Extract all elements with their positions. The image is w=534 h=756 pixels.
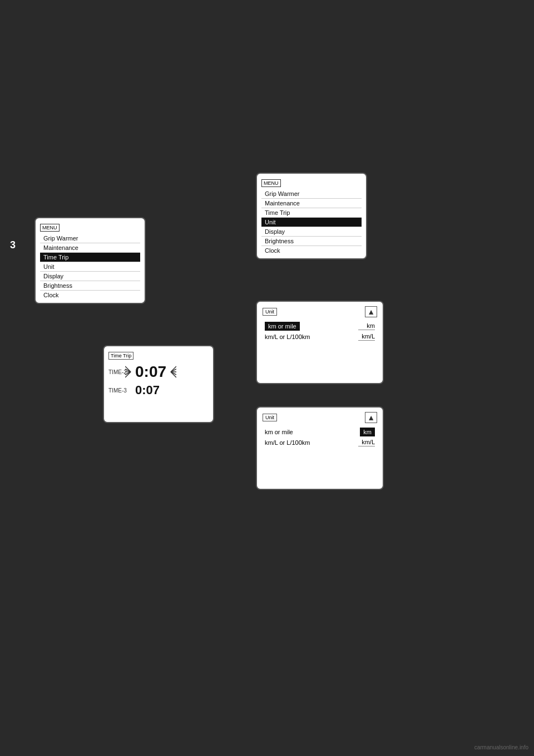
unit-row-km-mile-1: km or mile km — [263, 322, 377, 331]
unit-panel-1: Unit ▲ km or mile km km/L or L/100km km/… — [256, 301, 384, 384]
unit-label-fuel-2[interactable]: km/L or L/100km — [265, 439, 310, 446]
burst-icon — [125, 361, 136, 383]
menu-panel-2: MENU Grip Warmer Maintenance Time Trip U… — [256, 173, 367, 259]
menu-item-brightness-2[interactable]: Brightness — [261, 237, 362, 246]
menu-tag-1: MENU — [40, 224, 60, 232]
timetrip-value-2: 0:07 — [135, 383, 160, 397]
timetrip-row-1: TIME-2 0:07 — [108, 363, 209, 381]
unit-row-fuel-1: km/L or L/100km km/L — [263, 333, 377, 341]
unit-value-fuel-2: km/L — [358, 439, 375, 446]
timetrip-label-2: TIME-3 — [108, 387, 135, 394]
menu-item-grip-warmer-2[interactable]: Grip Warmer — [261, 189, 362, 199]
menu-item-unit-1[interactable]: Unit — [40, 262, 140, 272]
unit-header-1: Unit ▲ — [263, 306, 377, 317]
menu-panel-1: MENU Grip Warmer Maintenance Time Trip U… — [34, 217, 146, 304]
watermark: carmanualsonline.info — [474, 744, 528, 750]
unit-label-fuel-1[interactable]: km/L or L/100km — [265, 333, 310, 340]
unit-value-km-1: km — [358, 322, 375, 330]
timetrip-tag: Time Trip — [108, 352, 134, 360]
menu-list-1: Grip Warmer Maintenance Time Trip Unit D… — [40, 234, 140, 300]
unit-header-2: Unit ▲ — [263, 412, 377, 423]
unit-tag-2: Unit — [263, 414, 277, 421]
menu-item-timetrip-2[interactable]: Time Trip — [261, 208, 362, 218]
unit-value-fuel-1: km/L — [358, 333, 375, 341]
unit-label-km-mile-2[interactable]: km or mile — [265, 429, 293, 435]
menu-item-maintenance-2[interactable]: Maintenance — [261, 199, 362, 208]
menu-item-clock-1[interactable]: Clock — [40, 291, 140, 300]
timetrip-value-1: 0:07 — [135, 363, 166, 380]
menu-item-timetrip-1[interactable]: Time Trip — [40, 253, 140, 262]
burst-right-icon — [165, 361, 176, 383]
unit-label-km-mile-1[interactable]: km or mile — [265, 322, 300, 331]
unit-tag-1: Unit — [263, 308, 277, 316]
menu-item-display-1[interactable]: Display — [40, 272, 140, 281]
menu-item-clock-2[interactable]: Clock — [261, 246, 362, 255]
menu-item-grip-warmer-1[interactable]: Grip Warmer — [40, 234, 140, 243]
menu-list-2: Grip Warmer Maintenance Time Trip Unit D… — [261, 189, 362, 255]
timetrip-value-container-1: 0:07 — [135, 363, 166, 381]
timetrip-panel: Time Trip TIME-2 0:07 — [103, 345, 214, 423]
unit-panel-2: Unit ▲ km or mile km km/L or L/100km km/… — [256, 406, 384, 490]
page-number: 3 — [10, 239, 16, 251]
menu-item-unit-2[interactable]: Unit — [261, 218, 362, 227]
unit-row-fuel-2: km/L or L/100km km/L — [263, 439, 377, 446]
timetrip-row-2: TIME-3 0:07 — [108, 383, 209, 397]
page-background: 3 MENU Grip Warmer Maintenance Time Trip… — [0, 0, 534, 756]
unit-row-km-mile-2: km or mile km — [263, 428, 377, 436]
unit-up-arrow-2[interactable]: ▲ — [365, 412, 377, 423]
menu-tag-2: MENU — [261, 179, 281, 187]
menu-item-display-2[interactable]: Display — [261, 227, 362, 237]
unit-up-arrow-1[interactable]: ▲ — [365, 306, 377, 317]
unit-value-km-2[interactable]: km — [360, 428, 375, 436]
menu-item-maintenance-1[interactable]: Maintenance — [40, 243, 140, 253]
menu-item-brightness-1[interactable]: Brightness — [40, 281, 140, 291]
